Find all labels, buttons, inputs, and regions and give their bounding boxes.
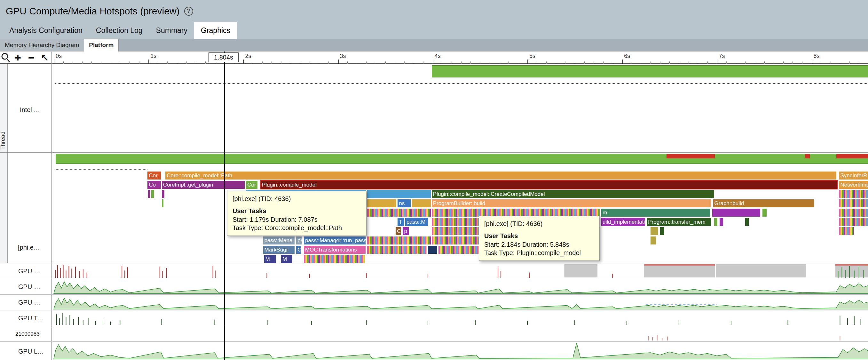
utilization-bar[interactable] [432,65,868,78]
row-label[interactable]: Intel … [20,106,40,114]
task-label: NetworkImp [839,181,868,189]
subtab-memory-hierarchy-diagram[interactable]: Memory Hierarchy Diagram [0,39,84,52]
ruler-minor-tick [196,61,196,64]
task-segment[interactable]: Cor [148,172,161,180]
task-segment[interactable]: M [264,255,276,263]
task-segment[interactable]: uild_implementati [601,218,645,226]
ruler-minor-tick [480,61,480,64]
task-segment[interactable] [660,227,664,235]
task-segment[interactable]: Core::compile_model::Path [165,172,836,180]
ruler-minor-tick [584,61,585,64]
task-segment[interactable]: Plugin::compile_model [261,181,837,189]
sub-tab-bar: Memory Hierarchy DiagramPlatform [0,39,868,52]
task-segment[interactable]: T [398,218,404,226]
subtab-platform[interactable]: Platform [84,39,119,52]
task-segment[interactable] [151,190,154,198]
task-tooltip-2: [phi.exe] (TID: 4636)User TasksStart: 2.… [479,216,600,261]
task-segment[interactable] [745,218,749,226]
tab-analysis-configuration[interactable]: Analysis Configuration [3,22,89,39]
task-segment[interactable] [763,209,767,217]
ruler-major-tick [243,60,244,64]
task-segment[interactable]: C [296,246,301,254]
task-segment[interactable]: SyncInferR [839,172,868,180]
task-segment[interactable]: pass [296,237,302,244]
task-segment[interactable] [428,246,437,254]
task-segment[interactable]: ns [398,199,410,207]
task-label: SyncInferR [839,172,868,180]
row-label[interactable]: GPU … [18,283,40,291]
task-segment[interactable] [367,199,396,207]
ruler-minor-tick [63,61,64,64]
task-segment[interactable]: pass::Mana [263,237,294,244]
task-segment[interactable]: pass::Manager::run_passes [304,237,366,244]
task-segment[interactable] [714,218,718,226]
task-segment[interactable]: Program::transfer_mem [647,218,711,226]
task-segment[interactable] [148,190,150,198]
row-label[interactable]: [phi.e… [18,244,40,251]
thread-band[interactable]: Thread [0,64,8,263]
task-label: pass::M [405,218,428,226]
row-label[interactable]: GPU … [18,299,40,306]
gpu-busy-overlay [805,154,810,158]
row-label[interactable]: GPU … [18,268,40,275]
task-segment[interactable] [839,227,854,235]
row-label[interactable]: GPU T… [18,314,44,322]
task-segment[interactable] [839,190,868,198]
ruler-tick-label: 1s [150,53,156,60]
task-segment[interactable]: pass::M [405,218,428,226]
tab-graphics[interactable]: Graphics [194,22,237,39]
task-segment[interactable]: MOCTransformations [304,246,366,254]
ruler-minor-tick [774,61,774,64]
task-segment[interactable] [839,199,868,207]
task-segment[interactable]: Co [148,181,161,189]
zoom-reset-button[interactable]: ↖ [41,52,48,64]
task-segment[interactable] [839,218,868,226]
tab-summary[interactable]: Summary [149,22,194,39]
task-segment[interactable] [412,199,431,207]
task-segment[interactable] [432,209,600,217]
task-segment[interactable]: p [403,227,408,235]
task-segment[interactable] [367,209,431,217]
task-segment[interactable]: M [281,255,292,263]
task-label: MOCTransformations [304,246,366,254]
task-segment[interactable]: MarkSugr [263,246,294,254]
ruler-minor-tick [670,61,670,64]
task-segment[interactable]: Plugin::compile_model::CreateCompiledMod… [432,190,714,198]
task-segment[interactable]: ProgramBuilder::build [432,199,711,207]
task-segment[interactable] [367,246,427,254]
tooltip-title: [phi.exe] (TID: 4636) [232,195,361,203]
task-segment[interactable]: NetworkImp [839,181,868,189]
task-segment[interactable] [304,255,365,263]
task-segment[interactable]: m [601,209,710,217]
main-tab-bar: Analysis ConfigurationCollection LogSumm… [0,22,868,39]
zoom-icon[interactable] [1,52,11,63]
row-label[interactable]: GPU L… [18,348,44,355]
tab-collection-log[interactable]: Collection Log [89,22,149,39]
task-segment[interactable] [651,237,656,244]
ruler-minor-tick [490,61,490,64]
task-segment[interactable] [720,218,723,226]
task-segment[interactable]: Graph::build [713,199,814,207]
zoom-out-button[interactable]: − [28,52,35,64]
help-icon[interactable]: ? [184,7,193,16]
task-segment[interactable] [651,227,658,235]
task-segment[interactable]: Cor [246,181,257,189]
task-segment[interactable] [839,209,868,217]
time-ruler[interactable] [0,52,868,64]
task-segment[interactable] [367,190,431,198]
ruler-minor-tick [262,61,262,64]
task-segment[interactable] [367,237,431,244]
task-segment[interactable] [162,199,163,207]
task-segment[interactable] [712,209,760,217]
cursor-time-label: 1.804s [209,53,239,62]
task-segment[interactable]: CoreImpl::get_plugin [162,181,245,189]
task-segment[interactable]: C [396,227,401,235]
ruler-minor-tick [461,61,462,64]
task-segment[interactable] [162,190,164,198]
zoom-in-button[interactable]: + [15,52,21,64]
row-label[interactable]: 21000983 [16,331,40,337]
ruler-minor-tick [272,61,272,64]
utilization-bar[interactable] [56,154,868,164]
timeline-cursor[interactable] [224,52,225,360]
ruler-minor-tick [281,61,281,64]
